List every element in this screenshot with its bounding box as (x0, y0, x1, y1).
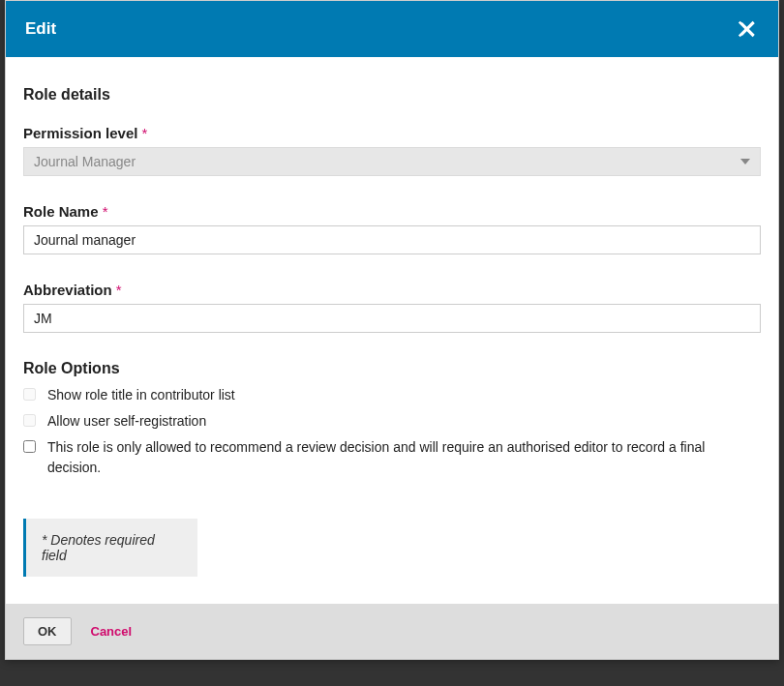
permission-level-label: Permission level * (23, 125, 761, 141)
role-options-title: Role Options (23, 360, 761, 377)
abbreviation-input[interactable] (23, 304, 761, 333)
modal-body: Role details Permission level * Journal … (6, 57, 778, 604)
abbreviation-label-text: Abbreviation (23, 282, 112, 298)
role-name-group: Role Name * (23, 203, 761, 254)
role-options-section: Role Options Show role title in contribu… (23, 360, 761, 478)
edit-modal: Edit Role details Permission level * Jou… (5, 0, 779, 660)
ok-button[interactable]: OK (23, 617, 72, 645)
checkbox-label-recommend-only: This role is only allowed to recommend a… (47, 437, 761, 478)
checkbox-label-self-registration: Allow user self-registration (47, 411, 761, 432)
checkbox-self-registration[interactable] (23, 414, 36, 427)
checkbox-row-self-registration: Allow user self-registration (23, 411, 761, 432)
role-name-label-text: Role Name (23, 203, 99, 220)
modal-header: Edit (6, 1, 778, 57)
checkbox-show-title[interactable] (23, 388, 36, 401)
cancel-link[interactable]: Cancel (91, 624, 133, 639)
modal-footer: OK Cancel (6, 604, 778, 659)
permission-level-group: Permission level * Journal Manager (23, 125, 761, 176)
section-title: Role details (23, 86, 761, 104)
checkbox-row-show-title: Show role title in contributor list (23, 385, 761, 405)
close-icon[interactable] (738, 18, 759, 40)
abbreviation-label: Abbreviation * (23, 282, 761, 298)
checkbox-recommend-only[interactable] (23, 440, 36, 453)
required-star: * (103, 203, 108, 220)
modal-title: Edit (25, 19, 56, 39)
required-star: * (116, 282, 122, 298)
required-note: * Denotes required field (23, 519, 197, 577)
required-star: * (142, 125, 148, 141)
role-name-input[interactable] (23, 225, 761, 254)
abbreviation-group: Abbreviation * (23, 282, 761, 333)
permission-level-select[interactable]: Journal Manager (23, 147, 761, 176)
permission-level-label-text: Permission level (23, 125, 137, 141)
role-name-label: Role Name * (23, 203, 761, 220)
checkbox-row-recommend-only: This role is only allowed to recommend a… (23, 437, 761, 478)
checkbox-label-show-title: Show role title in contributor list (47, 385, 761, 405)
